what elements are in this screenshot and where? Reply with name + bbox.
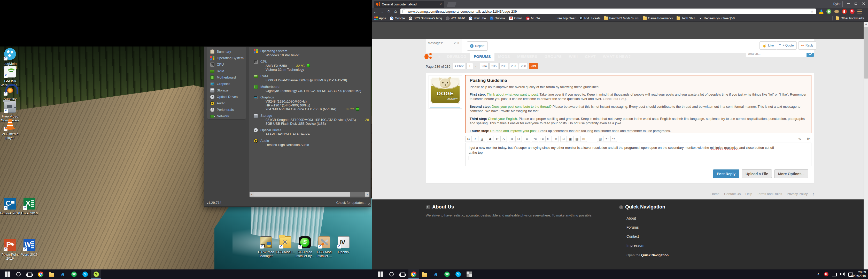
outdent-icon[interactable]: ⇤	[545, 135, 552, 142]
chevron-up-icon[interactable]	[816, 272, 821, 277]
browser-scrollbar[interactable]	[864, 22, 868, 270]
bbcode-editor-icon[interactable]: ⚒	[805, 135, 811, 142]
home-icon[interactable]	[392, 9, 399, 14]
taskbar-task-view-button[interactable]	[397, 270, 408, 279]
taskbar-search-button[interactable]	[386, 270, 397, 279]
sidebar-item-network[interactable]: Network	[207, 113, 246, 119]
current-page-button[interactable]: 239	[529, 63, 537, 69]
back-icon[interactable]	[372, 9, 379, 14]
spec-section-title[interactable]: Optical Drives	[260, 128, 281, 132]
taskbar-file-explorer-button[interactable]	[420, 270, 430, 279]
desktop-icon-outlook-2016[interactable]: Outlook 2016	[0, 197, 21, 215]
indent-icon[interactable]: ⇥	[552, 135, 559, 142]
volume-icon[interactable]	[840, 272, 845, 277]
scroll-left-arrow-icon[interactable]: ‹	[250, 192, 254, 196]
bookmark-star-icon[interactable]	[810, 9, 814, 14]
scrollbar-track[interactable]	[350, 192, 365, 196]
page-button[interactable]: 234	[480, 63, 489, 69]
unlink-icon[interactable]: ⊘	[516, 135, 522, 142]
step-link[interactable]: Think about what you want to post.	[487, 92, 538, 96]
reply-button[interactable]: Reply	[798, 41, 816, 50]
nav-tab-members[interactable]: MEMBERS	[514, 52, 541, 61]
footer-link[interactable]: Home	[710, 192, 719, 196]
more-options-button[interactable]: More Options...	[774, 169, 808, 178]
quicknav-item[interactable]: About	[626, 214, 810, 223]
quicknav-item[interactable]: Contact	[626, 232, 810, 241]
desktop-icon-powerpoint-2016[interactable]: PowerPoint 2016	[0, 239, 21, 260]
nav-tab-chat[interactable]: CHAT	[581, 52, 599, 61]
drive-extension-icon[interactable]	[819, 9, 824, 14]
footer-link[interactable]: Privacy Policy	[787, 192, 808, 196]
url-bar[interactable]: www.beamng.com/threads/general-computer-…	[400, 8, 816, 14]
insert-link-icon[interactable]: ∞	[509, 135, 515, 142]
nav-tab-devblog[interactable]: DEVBLOG	[443, 52, 470, 61]
desktop-icon-vlc[interactable]: VLC media player	[0, 118, 21, 140]
quicknav-item[interactable]: Forums	[626, 223, 810, 232]
alignment-icon[interactable]: ≡	[524, 135, 530, 142]
horizontal-rule-icon[interactable]: —	[589, 135, 595, 142]
check-for-updates-link[interactable]: Check for updates...	[336, 201, 366, 205]
window-close-button[interactable]	[860, 0, 867, 7]
bookmark-item[interactable]: Free Top Gear	[551, 17, 576, 20]
show-desktop-button[interactable]	[867, 270, 868, 279]
desktop-icon-word-2016[interactable]: Word 2016	[19, 239, 40, 256]
sidebar-item-cpu[interactable]: CPU	[207, 61, 246, 68]
new-tab-button[interactable]	[447, 2, 457, 7]
home-icon[interactable]	[435, 52, 443, 61]
taskbar-task-view-button[interactable]	[24, 270, 35, 279]
taskbar-start-button[interactable]	[375, 270, 385, 279]
spec-section-title[interactable]: RAM	[260, 74, 268, 78]
sidebar-item-peripherals[interactable]: Peripherals	[207, 106, 246, 113]
profile-button[interactable]: Dylan	[832, 1, 843, 7]
like-button[interactable]: Like	[760, 41, 777, 50]
undo-icon[interactable]: ↶	[604, 135, 610, 142]
taskbar-start-button[interactable]	[2, 270, 12, 279]
bookmark-item[interactable]: Game Bookmarks	[643, 17, 673, 20]
page-button[interactable]: 235	[490, 63, 498, 69]
nav-tab-forums[interactable]: FORUMS	[470, 52, 494, 61]
step-link[interactable]: Check your English.	[488, 117, 518, 121]
sidebar-item-ram[interactable]: RAM	[207, 68, 246, 74]
sidebar-item-audio[interactable]: Audio	[207, 100, 246, 106]
taskbar-spotify-button[interactable]	[442, 270, 452, 279]
insert-media-icon[interactable]: ▦	[574, 135, 580, 142]
bookmark-item[interactable]: BeamNG Mods 'n' stu	[604, 17, 639, 20]
open-quick-navigation-link[interactable]: Quick Navigation	[641, 253, 669, 257]
scrollbar-thumb[interactable]	[254, 192, 350, 196]
other-bookmarks-button[interactable]: Other bookmarks	[832, 15, 864, 22]
smilies-icon[interactable]: ☺	[560, 135, 567, 142]
font-size-icon[interactable]: Tt	[494, 135, 500, 142]
sidebar-item-summary[interactable]: Summary	[207, 48, 246, 55]
moth-extension-icon[interactable]	[834, 9, 839, 13]
font-family-icon[interactable]: A	[500, 135, 507, 142]
window-minimize-button[interactable]	[845, 0, 852, 7]
nav-tab-groups[interactable]: GROUPS	[541, 52, 565, 61]
taskbar-chrome-button[interactable]	[35, 270, 46, 279]
remove-formatting-icon[interactable]: ✎	[797, 135, 803, 142]
desktop-icon-audacity[interactable]: Audacity	[0, 83, 21, 101]
back-to-top-icon[interactable]	[812, 192, 814, 196]
taskbar-speccy-button[interactable]: S	[91, 270, 101, 279]
scroll-right-arrow-icon[interactable]: ›	[365, 192, 369, 196]
taskbar-file-explorer-button[interactable]	[46, 270, 57, 279]
scroll-up-arrow-icon[interactable]	[864, 22, 868, 26]
footer-link[interactable]: Terms and Rules	[757, 192, 782, 196]
forward-icon[interactable]	[379, 9, 385, 14]
bookmark-item[interactable]: GSCS Software's blog	[409, 17, 442, 20]
page-button[interactable]: 1	[466, 63, 473, 69]
ordered-list-icon[interactable]: 1≡	[538, 135, 545, 142]
insert-image-icon[interactable]: ▣	[567, 135, 574, 142]
taskbar-edge-button[interactable]: e	[58, 270, 68, 279]
taskbar-search-button[interactable]	[13, 270, 24, 279]
window-maximize-button[interactable]	[852, 0, 859, 7]
step-link[interactable]: Does your post contribute to the thread?	[492, 104, 552, 108]
spec-section-title[interactable]: Graphics	[260, 95, 274, 99]
underline-icon[interactable]: U	[479, 135, 485, 142]
text-color-icon[interactable]: ◆	[487, 135, 493, 142]
sidebar-item-storage[interactable]: Storage	[207, 87, 246, 94]
sidebar-item-motherboard[interactable]: Motherboard	[207, 74, 246, 81]
page-button[interactable]: 237	[509, 63, 518, 69]
report-button[interactable]: i Report	[467, 41, 488, 51]
bookmark-item[interactable]: Apps	[374, 17, 386, 20]
tab-close-icon[interactable]	[439, 3, 442, 6]
